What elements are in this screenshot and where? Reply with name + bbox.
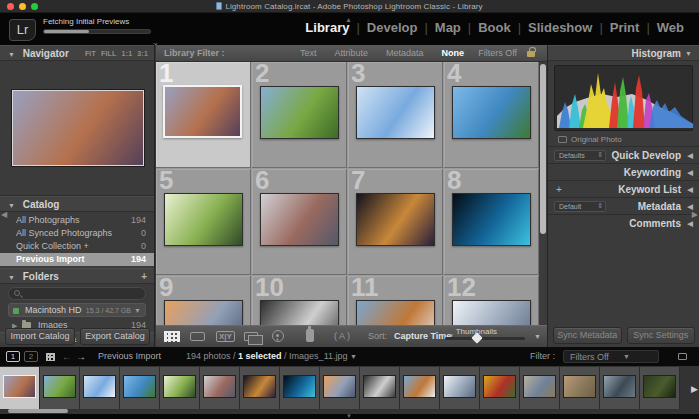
- module-develop[interactable]: Develop: [367, 20, 418, 35]
- filmstrip-filter-dropdown[interactable]: Filters Off ▼: [563, 350, 659, 363]
- photo-thumbnail-bw-portrait[interactable]: [260, 300, 339, 325]
- catalog-item[interactable]: All Synced Photographs0: [0, 227, 154, 240]
- photo-thumbnail-train-yard[interactable]: [260, 193, 339, 246]
- filmstrip-cell-blue-abstract[interactable]: [280, 367, 320, 409]
- filmstrip-thumbnail-tiger-snow[interactable]: [403, 375, 436, 398]
- grid-cell-bw-portrait[interactable]: 10: [252, 276, 347, 325]
- panel-section-quick-develop[interactable]: Defaults⇕Quick Develop◀: [548, 146, 699, 163]
- filmstrip-thumbnail-tree-sunrise[interactable]: [163, 375, 196, 398]
- preset-dropdown[interactable]: Default⇕: [554, 201, 606, 212]
- module-slideshow[interactable]: Slideshow: [528, 20, 592, 35]
- filmstrip-thumbnail-lake-shore[interactable]: [123, 375, 156, 398]
- filmstrip-cell-night-skyline[interactable]: [240, 367, 280, 409]
- filmstrip-cell-snowy-peaks[interactable]: [440, 367, 480, 409]
- navigator-zoom-fill[interactable]: FILL: [101, 50, 117, 57]
- sort-direction-icon[interactable]: ( A ): [334, 331, 350, 341]
- grid-cell-blue-abstract[interactable]: 8: [444, 169, 539, 275]
- histogram-header[interactable]: Histogram ▼: [548, 45, 699, 61]
- filmstrip-cell-tiger-snow[interactable]: [400, 367, 440, 409]
- volume-row[interactable]: Macintosh HD 15.3 / 42.7 GB ▼: [8, 303, 146, 317]
- filmstrip-source[interactable]: Previous Import: [98, 347, 161, 366]
- filter-option-metadata[interactable]: Metadata: [386, 48, 424, 58]
- filmstrip-status[interactable]: 194 photos / 1 selected / Images_11.jpg …: [186, 347, 357, 366]
- add-folder-button[interactable]: +: [141, 269, 147, 285]
- chevron-down-icon[interactable]: ▼: [134, 304, 141, 317]
- filmstrip-thumbnail-fantasy-artwork[interactable]: [3, 375, 36, 398]
- filter-lock-icon[interactable]: [678, 353, 687, 360]
- grid-cell-snowy-peaks[interactable]: 12: [444, 276, 539, 325]
- people-view-icon[interactable]: [272, 330, 284, 342]
- photo-thumbnail-night-skyline[interactable]: [356, 193, 435, 246]
- navigator-zoom-fit[interactable]: FIT: [85, 50, 96, 57]
- filmstrip-cell-folk-painting[interactable]: [480, 367, 520, 409]
- panel-section-keywording[interactable]: Keywording◀: [548, 163, 699, 180]
- navigator-preview-image[interactable]: [12, 90, 144, 166]
- filmstrip-cell-desert-hills[interactable]: [560, 367, 600, 409]
- filmstrip-thumbnail-mountain-sunrise[interactable]: [323, 375, 356, 398]
- back-arrow-icon[interactable]: ←: [62, 347, 72, 366]
- grid-cell-sky-branches[interactable]: 3: [348, 62, 443, 168]
- sync-metadata-button[interactable]: Sync Metadata: [553, 327, 622, 344]
- folders-header[interactable]: ▼ Folders +: [0, 268, 154, 284]
- filmstrip-thumbnail-desert-hills[interactable]: [563, 375, 596, 398]
- grid-cell-barn-meadow[interactable]: 2: [252, 62, 347, 168]
- filter-preset-dropdown[interactable]: Filters Off: [478, 45, 517, 62]
- left-panel-collapse-arrow[interactable]: ◀: [1, 210, 7, 219]
- preset-dropdown[interactable]: Defaults⇕: [554, 150, 606, 161]
- panel-section-metadata[interactable]: Default⇕Metadata◀: [548, 197, 699, 214]
- catalog-item[interactable]: All Photographs194: [0, 214, 154, 227]
- forward-arrow-icon[interactable]: →: [76, 347, 86, 366]
- module-web[interactable]: Web: [657, 20, 684, 35]
- module-map[interactable]: Map: [435, 20, 461, 35]
- filmstrip-thumbnail-folk-painting[interactable]: [483, 375, 516, 398]
- grid-cell-tiger-snow[interactable]: 11: [348, 276, 443, 325]
- bottom-panel-reveal-arrow[interactable]: ▼: [346, 413, 352, 419]
- second-window-button[interactable]: 2: [24, 351, 38, 362]
- filmstrip-thumbnail-sky-branches[interactable]: [83, 375, 116, 398]
- navigator-header[interactable]: ▼ Navigator FITFILL1:13:1: [0, 45, 154, 61]
- filmstrip-cell-sky-branches[interactable]: [80, 367, 120, 409]
- grid-scrollbar[interactable]: [539, 62, 547, 325]
- panel-section-comments[interactable]: Comments◀: [548, 214, 699, 231]
- photo-thumbnail-tiger-snow[interactable]: [356, 300, 435, 325]
- import-catalog-button[interactable]: Import Catalog: [5, 328, 75, 345]
- navigator-zoom-1-1[interactable]: 1:1: [122, 50, 133, 57]
- photo-thumbnail-barn-meadow[interactable]: [260, 86, 339, 139]
- filmstrip-cell-bw-portrait[interactable]: [360, 367, 400, 409]
- filmstrip-thumbnail-lake-reflection[interactable]: [603, 375, 636, 398]
- filmstrip-scrollbar-thumb[interactable]: [8, 409, 68, 413]
- photo-thumbnail-fantasy-artwork[interactable]: [163, 85, 242, 138]
- photo-thumbnail-lake-shore[interactable]: [452, 86, 531, 139]
- filmstrip-cell-lake-reflection[interactable]: [600, 367, 640, 409]
- thumbnails-slider[interactable]: [445, 337, 525, 340]
- photo-thumbnail-sky-branches[interactable]: [356, 86, 435, 139]
- sync-settings-button[interactable]: Sync Settings: [627, 327, 696, 344]
- photo-thumbnail-mountain-sunrise[interactable]: [164, 300, 243, 325]
- filter-lock-icon[interactable]: [527, 51, 535, 57]
- grid-cell-lake-shore[interactable]: 4: [444, 62, 539, 168]
- filmstrip-next-arrow[interactable]: ▶: [691, 384, 698, 394]
- module-print[interactable]: Print: [610, 20, 640, 35]
- filmstrip-cell-train-yard[interactable]: [200, 367, 240, 409]
- export-catalog-button[interactable]: Export Catalog: [80, 328, 150, 345]
- photo-thumbnail-blue-abstract[interactable]: [452, 193, 531, 246]
- sort-value-dropdown[interactable]: Capture Time: [394, 331, 451, 341]
- right-panel-collapse-arrow[interactable]: ▶: [692, 210, 698, 219]
- painter-spray-icon[interactable]: [306, 329, 314, 342]
- filmstrip-cell-mountain-sunrise[interactable]: [320, 367, 360, 409]
- filmstrip-cell-rocky-coast[interactable]: [520, 367, 560, 409]
- catalog-header[interactable]: ▼ Catalog: [0, 196, 154, 212]
- photo-thumbnail-snowy-peaks[interactable]: [452, 300, 531, 325]
- filmstrip-thumbnail-dark-forest[interactable]: [643, 375, 676, 398]
- grid-cell-train-yard[interactable]: 6: [252, 169, 347, 275]
- grid-cell-night-skyline[interactable]: 7: [348, 169, 443, 275]
- grid-view-icon[interactable]: [46, 353, 55, 361]
- add-keyword-button[interactable]: +: [556, 181, 562, 198]
- filmstrip-cell-lake-shore[interactable]: [120, 367, 160, 409]
- filter-option-attribute[interactable]: Attribute: [335, 48, 369, 58]
- loupe-view-icon[interactable]: [190, 332, 205, 341]
- filmstrip-cell-tree-sunrise[interactable]: [160, 367, 200, 409]
- photo-thumbnail-tree-sunrise[interactable]: [164, 193, 243, 246]
- toolbar-options-chevron-icon[interactable]: ▼: [534, 333, 541, 340]
- main-window-button[interactable]: 1: [6, 351, 20, 362]
